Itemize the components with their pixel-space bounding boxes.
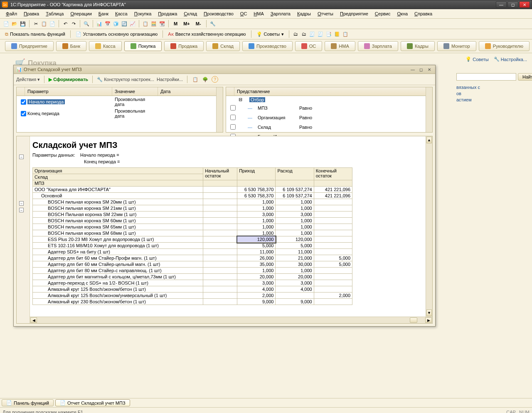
menu-Касса[interactable]: Касса [113,10,130,17]
close-button[interactable]: ✕ [519,1,530,8]
menu-Сервис[interactable]: Сервис [372,10,393,17]
date-icon[interactable]: 📆 [158,20,166,27]
scrollbar[interactable] [216,87,223,132]
menu-Таблица[interactable]: Таблица [43,10,66,17]
filter-row[interactable]: —МПЗРавно [226,103,432,113]
menu-Правка[interactable]: Правка [21,10,42,17]
save-icon[interactable]: 💾 [19,20,27,27]
extra-icon-6[interactable]: 📒 [333,30,341,38]
report-row[interactable]: BOSCH пильная коронка SM 21мм (1 шт)1,00… [33,205,352,211]
tab-Зарплата[interactable]: Зарплата [358,41,398,51]
report-row[interactable]: Адаптер для бит магнитный с кольцом, ц/м… [33,274,352,280]
tab-Покупка[interactable]: Покупка [124,41,162,51]
param-row[interactable]: Конец периодаПроизвольная дата [17,108,223,119]
task-tab[interactable]: 📄Панель функций [2,399,54,406]
report-window-titlebar[interactable]: 📊 Отчет Складской учет МПЗ — ◻ ✕ [14,65,435,74]
show-panel-button[interactable]: ⧉ Показать панель функций [2,31,68,38]
chart-icon[interactable]: 📈 [129,20,136,27]
report-row[interactable]: Алмазный круг 230 Bosch/эконом/бетон (1 … [33,299,352,305]
report-row[interactable]: Алмазный круг 125 Bosch/эконом/бетон (1 … [33,286,352,293]
collapse-icon[interactable]: − [19,208,24,212]
minimize-button[interactable]: — [496,1,507,8]
report-row[interactable]: Адаптер-переход с SDS+ на 1/2- BOSCH (1 … [33,280,352,286]
form-button[interactable]: ▶ Сформировать [49,77,88,82]
copy-icon[interactable]: 📋 [40,20,48,27]
vertical-scrollbar[interactable]: ▲ ▼ [426,136,432,317]
maximize-button[interactable]: ◻ [507,1,518,8]
report-row[interactable]: Адаптер для бит 60 мм Стайер-Профи магн.… [33,255,352,261]
tab-Кадры[interactable]: Кадры [401,41,435,51]
side-link[interactable]: астием [456,97,527,102]
report-row[interactable]: BOSCH пильная коронка SM 60мм (1 шт)1,00… [33,218,352,224]
extra-icon-5[interactable]: 📑 [325,30,332,38]
menu-Производство[interactable]: Производство [201,10,236,17]
m-button[interactable]: M [171,20,180,27]
set-org-button[interactable]: 📄 Установить основную организацию [73,31,160,38]
filter-row[interactable]: —ОрганизацияРавно [226,113,432,122]
side-link[interactable]: вязанных с [456,85,527,90]
scrollbar[interactable] [426,87,432,132]
tips-link[interactable]: 💡Советы [466,57,488,62]
menu-Банк[interactable]: Банк [96,10,111,17]
paste-icon[interactable]: 📄 [49,20,56,27]
settings-constructor-button[interactable]: 🔧 Конструктор настроек... [97,77,154,82]
filter-row[interactable]: —СкладРавно [226,122,432,132]
enter-op-button[interactable]: Aᴋ Ввести хозяйственную операцию [165,31,248,38]
actions-dropdown[interactable]: Действия ▾ [16,77,40,82]
menu-НМА[interactable]: НМА [251,10,266,17]
menu-Справка[interactable]: Справка [412,10,435,17]
side-link[interactable]: ов [456,91,527,96]
report-row[interactable]: ESS Plus 20-23 M8 Хомут для водопровода … [33,236,352,243]
report-row[interactable]: Адаптер для бит 60 мм Стайер-цельный маг… [33,261,352,268]
menu-Зарплата[interactable]: Зарплата [268,10,293,17]
menu-Покупка[interactable]: Покупка [132,10,154,17]
report-row[interactable]: Алмазный круг 125 Bosch/эконом/универсал… [33,293,352,299]
report-row[interactable]: ООО "Картинка для ИНФОСТАРТА"6 530 758,3… [33,187,352,193]
settings-button[interactable]: Настройки... [157,77,183,82]
task-tab[interactable]: 📄Отчет Складской учет МПЗ [55,399,130,406]
tab-ОС[interactable]: ОС [295,41,323,51]
inner-minimize-button[interactable]: — [409,66,416,72]
report-row[interactable]: Основной6 530 758,3706 109 537,274421 22… [33,193,352,199]
extra-icon-1[interactable]: 🗂 [292,30,299,38]
menu-Окна[interactable]: Окна [395,10,411,17]
report-row[interactable]: Адаптер SDS+ на биту (1 шт)11,00011,000 [33,249,352,255]
report-row[interactable]: Адаптер для бит 80 мм Стайер-с направляю… [33,268,352,274]
report-table[interactable]: ОрганизацияНачальный остатокПриходРасход… [32,167,352,305]
collapse-icon[interactable]: − [19,155,24,159]
extra-icon-2[interactable]: 🗂 [300,30,308,38]
filter-root[interactable]: ⊟Отбор [226,96,432,103]
m-minus-button[interactable]: M- [193,20,204,27]
menu-Операции[interactable]: Операции [68,10,94,17]
search-input[interactable] [456,73,516,81]
m-plus-button[interactable]: M+ [181,20,192,27]
table-icon[interactable]: 📋 [192,76,199,83]
menu-Кадры[interactable]: Кадры [295,10,313,17]
redo-icon[interactable]: ↷ [70,20,77,27]
menu-Отчеты[interactable]: Отчеты [315,10,336,17]
help-icon[interactable]: ? [212,76,218,83]
find-icon[interactable]: 🔍 [83,20,90,27]
find-button[interactable]: Найти [518,73,532,81]
report-row[interactable]: BOSCH пильная коронка SM 65мм (1 шт)1,00… [33,224,352,230]
menu-Склад[interactable]: Склад [181,10,200,17]
inner-maximize-button[interactable]: ◻ [418,66,424,72]
tab-Руководителю[interactable]: Руководителю [479,41,530,51]
tab-Производство[interactable]: Производство [242,41,293,51]
tab-Склад[interactable]: Склад [206,41,240,51]
report-row[interactable]: ETS 102-116 M8/M10 Хомут для водопровода… [33,243,352,249]
list-icon[interactable]: 📋 [142,20,149,27]
tips-button[interactable]: 💡 Советы ▾ [254,31,286,38]
menu-Файл[interactable]: Файл [3,10,20,17]
tab-Касса[interactable]: Касса [89,41,122,51]
tab-Продажа[interactable]: Продажа [164,41,204,51]
tab-Банк[interactable]: Банк [56,41,86,51]
cube-icon[interactable]: 🧊 [112,20,120,27]
extra-icon-4[interactable]: 🧾 [317,30,324,38]
report-row[interactable]: BOSCH Пильная коронка SM 22мм (1 шт)3,00… [33,211,352,218]
cut-icon[interactable]: ✂ [32,20,39,27]
tab-Предприятие[interactable]: Предприятие [5,41,54,51]
calc-icon[interactable]: 📊 [96,20,103,27]
undo-icon[interactable]: ↶ [62,20,69,27]
horizontal-scrollbar[interactable]: ◀ ▶ [30,317,432,323]
